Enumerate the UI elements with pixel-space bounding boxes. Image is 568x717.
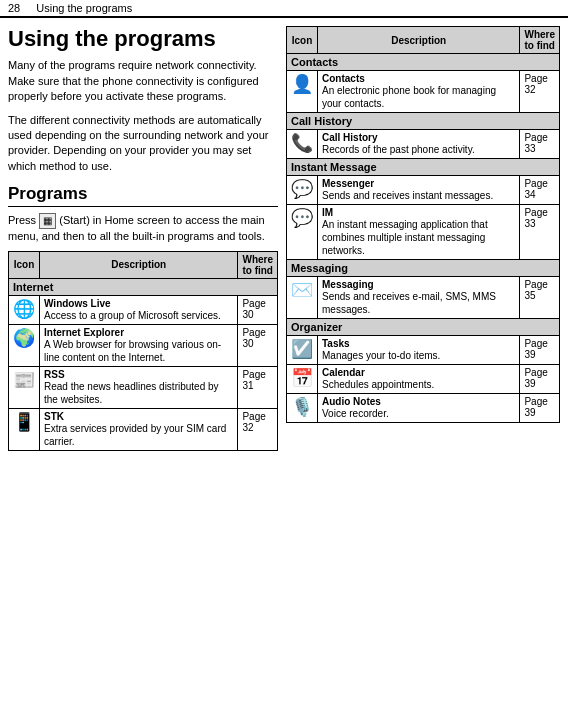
table-row: ✉️MessagingSends and receives e-mail, SM… [287,277,560,319]
icon-cell: ✉️ [287,277,318,319]
table-row: 📞Call HistoryRecords of the past phone a… [287,130,560,159]
page-reference: Page 35 [520,277,560,319]
programs-heading: Programs [8,184,278,207]
audio-notes-icon: 🎙️ [291,397,313,417]
item-description: Voice recorder. [322,407,515,420]
section-row: Internet [9,278,278,295]
description-cell: RSSRead the news headlines distributed b… [40,366,238,408]
icon-cell: 🌐 [9,295,40,324]
left-column: Using the programs Many of the programs … [8,26,278,451]
item-name: RSS [44,369,233,380]
section-row: Contacts [287,54,560,71]
table-row: 📅CalendarSchedules appointments.Page 39 [287,365,560,394]
page-reference: Page 39 [520,365,560,394]
item-name: IM [322,207,515,218]
item-name: Contacts [322,73,515,84]
description-cell: CalendarSchedules appointments. [318,365,520,394]
start-button-ref: ▦ [39,213,56,229]
section-row: Call History [287,113,560,130]
right-col-icon-header: Icon [287,27,318,54]
right-programs-table: Icon Description Whereto find Contacts👤C… [286,26,560,423]
page-reference: Page 33 [520,130,560,159]
page-number: 28 [8,2,20,14]
stk-icon: 📱 [13,412,35,432]
page-reference: Page 31 [238,366,278,408]
section-title: Using the programs [8,26,278,52]
right-col-where-header: Whereto find [520,27,560,54]
internet-explorer-icon: 🌍 [13,328,35,348]
description-cell: ContactsAn electronic phone book for man… [318,71,520,113]
messenger-icon: 💬 [291,179,313,199]
section-row: Organizer [287,319,560,336]
item-name: Internet Explorer [44,327,233,338]
item-name: Call History [322,132,515,143]
page-reference: Page 32 [238,408,278,450]
table-row: 🌍Internet ExplorerA Web browser for brow… [9,324,278,366]
item-name: Audio Notes [322,396,515,407]
col-desc-header: Description [40,251,238,278]
description-cell: Windows LiveAccess to a group of Microso… [40,295,238,324]
page-reference: Page 30 [238,295,278,324]
col-where-header: Whereto find [238,251,278,278]
contacts-icon: 👤 [291,74,313,94]
item-name: Windows Live [44,298,233,309]
icon-cell: 📞 [287,130,318,159]
item-description: Read the news headlines distributed by t… [44,380,233,406]
calendar-icon: 📅 [291,368,313,388]
item-description: Manages your to-do items. [322,349,515,362]
icon-cell: 👤 [287,71,318,113]
item-description: Extra services provided by your SIM card… [44,422,233,448]
item-description: Access to a group of Microsoft services. [44,309,233,322]
icon-cell: ☑️ [287,336,318,365]
icon-cell: 🌍 [9,324,40,366]
item-name: Messaging [322,279,515,290]
item-description: Sends and receives instant messages. [322,189,515,202]
description-cell: TasksManages your to-do items. [318,336,520,365]
description-cell: Call HistoryRecords of the past phone ac… [318,130,520,159]
windows-live-icon: 🌐 [13,299,35,319]
intro-para-2: The different connectivity methods are a… [8,113,278,175]
main-content: Using the programs Many of the programs … [0,18,568,459]
page-reference: Page 39 [520,336,560,365]
item-description: An electronic phone book for managing yo… [322,84,515,110]
programs-intro: Press ▦ (Start) in Home screen to access… [8,213,278,244]
description-cell: IMAn instant messaging application that … [318,205,520,260]
page-reference: Page 30 [238,324,278,366]
icon-cell: 💬 [287,176,318,205]
right-col-desc-header: Description [318,27,520,54]
left-programs-table: Icon Description Whereto find Internet🌐W… [8,251,278,451]
description-cell: STKExtra services provided by your SIM c… [40,408,238,450]
tasks-icon: ☑️ [291,339,313,359]
item-name: Calendar [322,367,515,378]
page-reference: Page 33 [520,205,560,260]
section-row: Instant Message [287,159,560,176]
icon-cell: 📰 [9,366,40,408]
page-reference: Page 34 [520,176,560,205]
item-description: Sends and receives e-mail, SMS, MMS mess… [322,290,515,316]
right-column: Icon Description Whereto find Contacts👤C… [286,26,560,451]
page-header: 28 Using the programs [0,0,568,18]
item-name: Messenger [322,178,515,189]
im-icon: 💬 [291,208,313,228]
table-row: 💬MessengerSends and receives instant mes… [287,176,560,205]
description-cell: Internet ExplorerA Web browser for brows… [40,324,238,366]
table-row: 💬IMAn instant messaging application that… [287,205,560,260]
col-icon-header: Icon [9,251,40,278]
table-row: ☑️TasksManages your to-do items.Page 39 [287,336,560,365]
icon-cell: 💬 [287,205,318,260]
page-header-title: Using the programs [36,2,132,14]
rss-icon: 📰 [13,370,35,390]
table-row: 📰RSSRead the news headlines distributed … [9,366,278,408]
table-row: 🌐Windows LiveAccess to a group of Micros… [9,295,278,324]
section-row: Messaging [287,260,560,277]
table-row: 📱STKExtra services provided by your SIM … [9,408,278,450]
table-row: 🎙️Audio NotesVoice recorder.Page 39 [287,394,560,423]
intro-para-1: Many of the programs require network con… [8,58,278,104]
page-reference: Page 32 [520,71,560,113]
icon-cell: 📅 [287,365,318,394]
icon-cell: 📱 [9,408,40,450]
item-description: Schedules appointments. [322,378,515,391]
description-cell: MessagingSends and receives e-mail, SMS,… [318,277,520,319]
call-history-icon: 📞 [291,133,313,153]
item-name: STK [44,411,233,422]
